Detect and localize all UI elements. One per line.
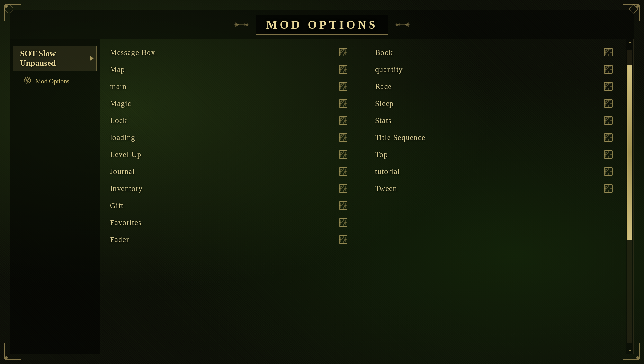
item-icon-level-up (337, 149, 349, 160)
scrollbar-thumb[interactable] (627, 65, 632, 240)
nav-arrow-icon (90, 56, 94, 61)
right-column: Book quantity Race (365, 39, 634, 354)
list-item-quantity[interactable]: quantity (375, 61, 614, 78)
header-ornament-left (233, 18, 249, 31)
mod-options-label: Mod Options (35, 78, 69, 85)
list-item-map[interactable]: Map (110, 61, 349, 78)
item-label-inventory: Inventory (110, 184, 143, 193)
item-label-lock: Lock (110, 116, 127, 125)
item-icon-book (603, 47, 614, 58)
item-label-stats: Stats (375, 116, 392, 125)
item-icon-title-sequence (603, 132, 614, 143)
svg-point-6 (246, 23, 248, 25)
list-item-fader[interactable]: Fader (110, 231, 349, 248)
sidebar-item-sot-slow-unpaused[interactable]: SOT Slow Unpaused (13, 46, 97, 71)
item-label-tween: Tween (375, 184, 397, 193)
list-item-title-sequence[interactable]: Title Sequence (375, 129, 614, 146)
header-ornament-right (395, 18, 411, 31)
item-icon-main (337, 81, 349, 92)
item-label-tutorial: tutorial (375, 167, 400, 176)
list-item-lock[interactable]: Lock (110, 112, 349, 129)
mod-options-icon (23, 76, 32, 87)
item-label-level-up: Level Up (110, 150, 141, 159)
item-icon-loading (337, 132, 349, 143)
item-icon-map (337, 64, 349, 75)
item-icon-tween (603, 183, 614, 194)
item-label-title-sequence: Title Sequence (375, 133, 425, 142)
sidebar-item-label-active: SOT Slow Unpaused (20, 49, 90, 68)
list-item-tutorial[interactable]: tutorial (375, 163, 614, 180)
list-item-level-up[interactable]: Level Up (110, 146, 349, 163)
sidebar: SOT Slow Unpaused Mod Options (10, 39, 100, 354)
list-item-main[interactable]: main (110, 78, 349, 95)
item-label-top: Top (375, 150, 388, 159)
left-column: Message Box Map (100, 39, 365, 354)
scrollbar-down-arrow[interactable] (627, 344, 633, 354)
list-item-inventory[interactable]: Inventory (110, 180, 349, 197)
item-label-favorites: Favorites (110, 218, 141, 227)
header: MOD OPTIONS (10, 10, 634, 39)
content-area: SOT Slow Unpaused Mod Options (10, 39, 634, 354)
item-icon-tutorial (603, 166, 614, 177)
item-icon-stats (603, 115, 614, 126)
svg-point-5 (636, 356, 639, 359)
item-label-book: Book (375, 48, 393, 57)
item-icon-magic (337, 98, 349, 109)
list-item-sleep[interactable]: Sleep (375, 95, 614, 112)
list-item-loading[interactable]: loading (110, 129, 349, 146)
page-title: MOD OPTIONS (266, 18, 378, 31)
list-item-favorites[interactable]: Favorites (110, 214, 349, 231)
item-icon-message-box (337, 47, 349, 58)
item-icon-quantity (603, 64, 614, 75)
title-box: MOD OPTIONS (256, 15, 388, 35)
list-item-race[interactable]: Race (375, 78, 614, 95)
header-title-container: MOD OPTIONS (233, 15, 410, 35)
item-label-gift: Gift (110, 201, 124, 210)
svg-point-1 (5, 5, 8, 8)
item-label-map: Map (110, 65, 125, 74)
item-icon-race (603, 81, 614, 92)
svg-point-4 (5, 356, 8, 359)
item-label-journal: Journal (110, 167, 135, 176)
list-item-gift[interactable]: Gift (110, 197, 349, 214)
list-item-book[interactable]: Book (375, 44, 614, 61)
list-item-magic[interactable]: Magic (110, 95, 349, 112)
item-label-fader: Fader (110, 235, 129, 244)
list-item-tween[interactable]: Tween (375, 180, 614, 197)
item-icon-gift (337, 200, 349, 211)
item-label-main: main (110, 82, 127, 91)
list-item-message-box[interactable]: Message Box (110, 44, 349, 61)
item-icon-lock (337, 115, 349, 126)
svg-point-3 (636, 5, 639, 8)
main-panel: Message Box Map (100, 39, 634, 354)
item-icon-favorites (337, 217, 349, 228)
svg-point-7 (396, 23, 398, 25)
item-label-magic: Magic (110, 99, 131, 108)
item-icon-top (603, 149, 614, 160)
list-item-journal[interactable]: Journal (110, 163, 349, 180)
item-label-quantity: quantity (375, 65, 403, 74)
scrollbar-up-arrow[interactable] (627, 39, 633, 49)
sidebar-subitem-mod-options[interactable]: Mod Options (13, 74, 97, 89)
item-icon-fader (337, 234, 349, 245)
list-item-top[interactable]: Top (375, 146, 614, 163)
scrollbar-track[interactable] (627, 50, 632, 343)
item-label-sleep: Sleep (375, 99, 394, 108)
item-label-loading: loading (110, 133, 135, 142)
item-label-race: Race (375, 82, 392, 91)
item-icon-journal (337, 166, 349, 177)
item-icon-sleep (603, 98, 614, 109)
header-divider (10, 39, 634, 39)
list-item-stats[interactable]: Stats (375, 112, 614, 129)
item-icon-inventory (337, 183, 349, 194)
scrollbar (626, 39, 634, 354)
main-container: MOD OPTIONS SOT Slow Unpaused (10, 10, 634, 354)
item-label-message-box: Message Box (110, 48, 155, 57)
